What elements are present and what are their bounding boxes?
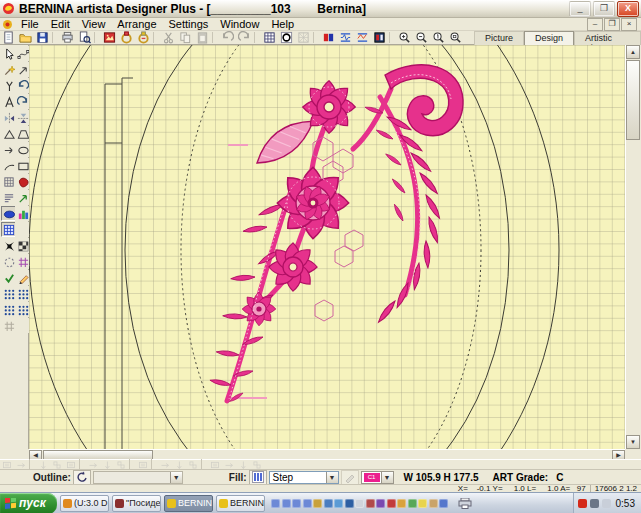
tab-design[interactable]: Design <box>524 31 574 45</box>
rotate-ccw-tool[interactable] <box>15 78 30 93</box>
fill-region-tool[interactable] <box>15 174 30 189</box>
vertical-scroll-thumb[interactable] <box>626 60 640 140</box>
lattice-fill-tool[interactable] <box>15 254 30 269</box>
minimize-button[interactable]: _ <box>569 1 591 17</box>
quicklaunch-app-icon-9[interactable] <box>355 499 364 508</box>
zoom-1to1-icon[interactable] <box>430 31 447 44</box>
menu-arrange[interactable]: Arrange <box>111 18 162 30</box>
rectangle-tool[interactable] <box>15 158 30 173</box>
quicklaunch-app-icon-5[interactable] <box>313 499 322 508</box>
hoop-layout-icon[interactable] <box>118 31 135 44</box>
antivirus-tray-icon[interactable] <box>578 499 587 508</box>
design-canvas[interactable] <box>29 45 625 449</box>
design-film-icon[interactable] <box>371 31 388 44</box>
travel-run-tool[interactable] <box>15 190 30 205</box>
quicklaunch-app-icon-17[interactable] <box>439 499 448 508</box>
printer-tray-icon[interactable] <box>458 498 472 509</box>
stitch-generator-icon[interactable] <box>337 31 354 44</box>
travel-tool[interactable] <box>1 142 16 157</box>
skew-tool[interactable] <box>1 126 16 141</box>
outline-refresh-button[interactable] <box>73 470 91 485</box>
multicolor-fill-tool[interactable] <box>15 206 30 221</box>
open-file-icon[interactable] <box>17 31 34 44</box>
quicklaunch-app-icon-15[interactable] <box>418 499 427 508</box>
scroll-up-icon[interactable]: ▲ <box>626 45 640 59</box>
menu-view[interactable]: View <box>76 18 112 30</box>
quicklaunch-app-icon-7[interactable] <box>334 499 343 508</box>
quicklaunch-app-icon-16[interactable] <box>429 499 438 508</box>
zoom-box-icon[interactable] <box>447 31 464 44</box>
magic-wand-tool[interactable] <box>1 62 16 77</box>
tick-tool[interactable] <box>1 270 16 285</box>
taskbar-button-4[interactable]: BERNINA ... <box>216 495 265 512</box>
outline-design-tool[interactable] <box>1 174 16 189</box>
save-icon[interactable] <box>34 31 51 44</box>
mdi-close-icon[interactable]: × <box>621 18 637 31</box>
reshape-tool[interactable] <box>15 46 30 61</box>
tab-picture[interactable]: Picture <box>474 31 524 45</box>
taskbar-button-3[interactable]: BERNINA ... <box>164 495 213 512</box>
zoom-in-icon[interactable] <box>396 31 413 44</box>
satin-fill-tool[interactable] <box>1 206 16 221</box>
quicklaunch-app-icon-14[interactable] <box>408 499 417 508</box>
quicklaunch-window-icon-2[interactable] <box>282 499 291 508</box>
hoop-template-icon[interactable] <box>135 31 152 44</box>
mdi-minimize-icon[interactable]: – <box>587 18 603 31</box>
rotate-cw-tool[interactable] <box>15 94 30 109</box>
quicklaunch-app-icon-8[interactable] <box>345 499 354 508</box>
grid-toggle-icon[interactable] <box>261 31 278 44</box>
menu-window[interactable]: Window <box>214 18 265 30</box>
pencil-tool[interactable] <box>15 270 30 285</box>
vertical-scrollbar[interactable]: ▲ ▼ <box>625 45 640 449</box>
insert-picture-icon[interactable] <box>101 31 118 44</box>
menu-help[interactable]: Help <box>265 18 300 30</box>
edit-outline-button[interactable] <box>341 470 359 485</box>
thread-color-select[interactable]: C1 ▼ <box>361 471 394 484</box>
perspective-tool[interactable] <box>15 126 30 141</box>
scroll-down-icon[interactable]: ▼ <box>626 435 640 449</box>
print-preview-icon[interactable] <box>76 31 93 44</box>
start-button[interactable]: пуск <box>0 493 57 513</box>
lattice-gray-tool[interactable] <box>1 318 16 333</box>
stitch-processor-icon[interactable] <box>354 31 371 44</box>
taskbar-button-2[interactable]: "Посиделк... <box>112 495 161 512</box>
branch-tool[interactable] <box>1 78 16 93</box>
mirror-horizontal-tool[interactable] <box>1 110 16 125</box>
arc-tool[interactable] <box>1 158 16 173</box>
quicklaunch-app-icon-12[interactable] <box>387 499 396 508</box>
quicklaunch-app-icon-13[interactable] <box>397 499 406 508</box>
flourish-tool[interactable] <box>1 238 16 253</box>
zoom-out-icon[interactable] <box>413 31 430 44</box>
open-object-tool[interactable] <box>15 62 30 77</box>
stitch-list-tool[interactable] <box>1 190 16 205</box>
dot-matrix-tool-a[interactable] <box>1 286 16 301</box>
dot-matrix-tool-c[interactable] <box>1 302 16 317</box>
menu-settings[interactable]: Settings <box>163 18 215 30</box>
quicklaunch-app-icon-11[interactable] <box>376 499 385 508</box>
quicklaunch-window-icon-3[interactable] <box>292 499 301 508</box>
fill-pattern-button[interactable] <box>249 470 267 485</box>
quicklaunch-app-icon-6[interactable] <box>324 499 333 508</box>
outline-type-select[interactable]: ▼ <box>93 471 183 484</box>
menu-file[interactable]: File <box>15 18 45 30</box>
dot-matrix-tool-b[interactable] <box>15 286 30 301</box>
ellipse-tool[interactable] <box>15 142 30 157</box>
volume-tray-icon[interactable] <box>602 499 611 508</box>
quicklaunch-window-icon-1[interactable] <box>271 499 280 508</box>
color-film-icon[interactable] <box>320 31 337 44</box>
hoop-toggle-icon[interactable] <box>278 31 295 44</box>
restore-button[interactable]: ❐ <box>593 1 615 17</box>
new-document-icon[interactable] <box>0 31 17 44</box>
taskbar-button-1[interactable]: (U:3.0 D:3... <box>60 495 109 512</box>
mdi-restore-icon[interactable]: ❐ <box>604 18 620 31</box>
tab-artistic-view[interactable]: Artistic View <box>574 31 641 45</box>
select-tool[interactable] <box>1 46 16 61</box>
scheduler-tray-icon[interactable] <box>590 499 599 508</box>
menu-edit[interactable]: Edit <box>45 18 76 30</box>
lettering-tool[interactable] <box>1 94 16 109</box>
circle-outline-tool[interactable] <box>1 254 16 269</box>
print-icon[interactable] <box>59 31 76 44</box>
step-fill-tool[interactable] <box>1 222 16 237</box>
fill-type-select[interactable]: Step ▼ <box>269 471 339 484</box>
dot-matrix-tool-d[interactable] <box>15 302 30 317</box>
